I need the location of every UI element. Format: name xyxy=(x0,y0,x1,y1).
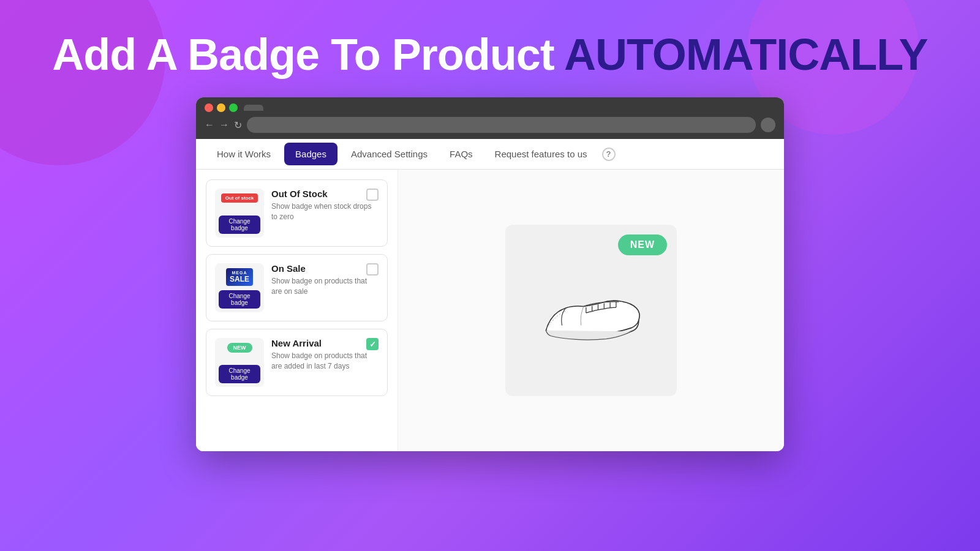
tab-request-features[interactable]: Request features to us xyxy=(484,139,598,169)
tab-how-it-works[interactable]: How it Works xyxy=(206,139,282,169)
tab-advanced-settings[interactable]: Advanced Settings xyxy=(340,139,439,169)
mega-sale-sticker: MEGA SALE xyxy=(226,268,253,286)
new-arrival-sticker: NEW xyxy=(227,343,252,353)
headline-prefix: Add A Badge To Product xyxy=(52,30,564,79)
badge-desc-out-of-stock: Show badge when stock drops to zero xyxy=(271,201,379,222)
badge-list-panel: Out of stock Change badge Out Of Stock S… xyxy=(196,170,398,451)
badge-desc-new-arrival: Show badge on products that are added in… xyxy=(271,351,379,372)
badge-checkbox-new-arrival[interactable] xyxy=(366,338,379,350)
product-preview-card: NEW xyxy=(505,225,677,396)
browser-address-bar: ← → ↻ xyxy=(205,117,775,133)
shoe-image xyxy=(536,268,646,353)
out-of-stock-sticker: Out of stock xyxy=(221,193,258,203)
forward-button[interactable]: → xyxy=(219,119,229,130)
badge-card-on-sale: MEGA SALE Change badge On Sale Show badg… xyxy=(206,254,388,321)
badge-title-on-sale: On Sale xyxy=(271,263,379,274)
badge-preview-out-of-stock: Out of stock Change badge xyxy=(215,189,264,238)
headline-highlight: AUTOMATICALLY xyxy=(564,30,928,79)
badge-checkbox-out-of-stock[interactable] xyxy=(366,189,379,201)
maximize-dot[interactable] xyxy=(229,103,238,112)
badge-title-out-of-stock: Out Of Stock xyxy=(271,189,379,199)
browser-dots xyxy=(205,103,238,112)
change-badge-btn-on-sale[interactable]: Change badge xyxy=(219,290,260,309)
browser-tab[interactable] xyxy=(244,105,263,111)
badge-card-out-of-stock: Out of stock Change badge Out Of Stock S… xyxy=(206,179,388,247)
badge-info-new-arrival: New Arrival Show badge on products that … xyxy=(271,338,379,372)
close-dot[interactable] xyxy=(205,103,213,112)
help-icon[interactable]: ? xyxy=(602,148,616,161)
main-content: Out of stock Change badge Out Of Stock S… xyxy=(196,170,784,451)
browser-chrome: ← → ↻ xyxy=(196,97,784,139)
badge-title-new-arrival: New Arrival xyxy=(271,338,379,348)
refresh-button[interactable]: ↻ xyxy=(234,119,242,131)
minimize-dot[interactable] xyxy=(217,103,225,112)
browser-window: ← → ↻ How it Works Badges Advanced Setti… xyxy=(196,97,784,451)
badge-preview-new-arrival: NEW Change badge xyxy=(215,338,264,387)
tab-faqs[interactable]: FAQs xyxy=(439,139,484,169)
nav-tabs: How it Works Badges Advanced Settings FA… xyxy=(196,139,784,170)
badge-card-new-arrival: NEW Change badge New Arrival Show badge … xyxy=(206,329,388,396)
badge-info-on-sale: On Sale Show badge on products that are … xyxy=(271,263,379,297)
badge-preview-on-sale: MEGA SALE Change badge xyxy=(215,263,264,312)
badge-desc-on-sale: Show badge on products that are on sale xyxy=(271,276,379,297)
browser-top-bar xyxy=(205,103,775,112)
address-bar-input[interactable] xyxy=(247,117,756,133)
browser-settings-icon[interactable] xyxy=(761,118,775,132)
back-button[interactable]: ← xyxy=(205,119,214,130)
browser-nav-buttons: ← → ↻ xyxy=(205,119,242,131)
page-headline: Add A Badge To Product AUTOMATICALLY xyxy=(52,31,927,79)
new-badge-overlay: NEW xyxy=(618,234,667,255)
tab-badges[interactable]: Badges xyxy=(284,143,337,165)
badge-checkbox-on-sale[interactable] xyxy=(366,263,379,276)
product-preview-panel: NEW xyxy=(398,170,784,451)
change-badge-btn-out-of-stock[interactable]: Change badge xyxy=(219,216,260,234)
badge-info-out-of-stock: Out Of Stock Show badge when stock drops… xyxy=(271,189,379,222)
change-badge-btn-new-arrival[interactable]: Change badge xyxy=(219,365,260,383)
